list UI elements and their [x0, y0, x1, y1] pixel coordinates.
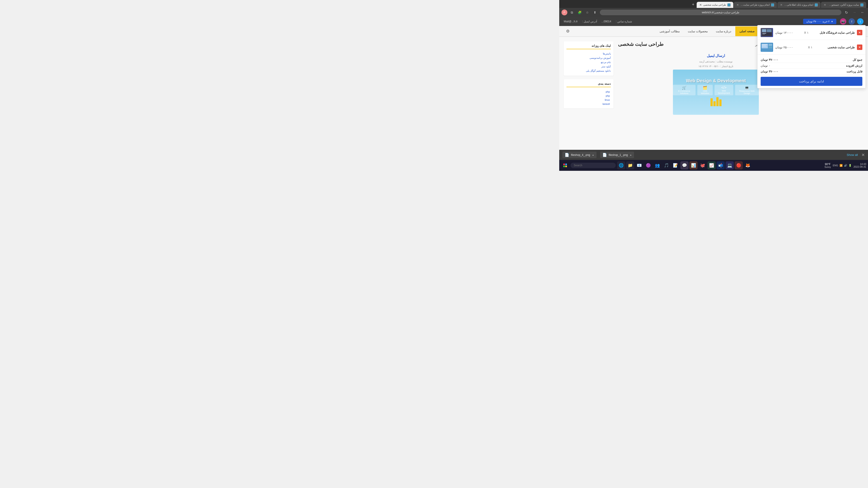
tab-favicon-2: 🌐 — [815, 3, 818, 6]
tab-close-1[interactable]: ✕ — [824, 3, 826, 6]
page-title: طراحی سایت شخصی — [618, 41, 664, 47]
category-php-1[interactable]: php — [605, 90, 611, 94]
taskbar-app-github[interactable]: 🐙 — [699, 161, 707, 169]
sidebar-link-4[interactable]: دانلود مستقیم گوگل پلی — [566, 69, 611, 73]
taskbar-app-outlook[interactable]: 📬 — [717, 161, 725, 169]
download-chevron-2[interactable]: ▲ — [629, 154, 632, 156]
cart-item-info-1: طراحی سایت فروشگاه فایل X ۱ ۱۲۰۰۰۰ تومان — [775, 31, 855, 34]
sidebar-link-1[interactable]: آموزش برنامه‌نویسی — [566, 56, 611, 60]
category-laravel[interactable]: laravel — [602, 102, 611, 106]
cms-icon: 🗂️ CMS Websites — [698, 85, 713, 95]
nav-link-tutorials[interactable]: مطالب آموزشی — [655, 26, 684, 36]
taskbar-search-input[interactable] — [570, 163, 616, 168]
email-value: Mail@...h.Ir — [564, 20, 578, 23]
tab-close-4[interactable]: ✕ — [700, 3, 702, 6]
twitter-icon[interactable]: t — [857, 18, 864, 25]
checkout-button[interactable]: ادامه برای پرداخت — [761, 77, 862, 86]
taskbar-app-teams[interactable]: 👥 — [653, 161, 661, 169]
cart-remove-1[interactable]: ✕ — [857, 30, 862, 35]
taskbar-app-sticky[interactable]: 📝 — [671, 161, 680, 169]
taskbar-app-onenote[interactable]: 🟣 — [644, 161, 652, 169]
taskbar-app-chrome[interactable]: 🔴 — [735, 161, 743, 169]
taskbar-app-mail[interactable]: 📧 — [635, 161, 643, 169]
cart-item-qty-2: X ۱ — [808, 46, 812, 49]
split-view-button[interactable]: ⧉ — [569, 9, 575, 15]
taskbar-app-edge[interactable]: 🌐 — [617, 161, 625, 169]
categories-title: دسته بندی — [566, 82, 611, 87]
taskbar-app-firefox[interactable]: 🦊 — [744, 161, 752, 169]
tab-3[interactable]: 🌐 انجام پروژه طراحی سایت فروشگاه‌ها ✕ — [734, 2, 777, 8]
taskbar: 🌐 📁 📧 🟣 👥 🎵 📝 💬 📊 🐙 📈 📬 💻 🔴 🦊 90°F Sunny… — [559, 160, 868, 171]
tab-close-3[interactable]: ✕ — [737, 3, 739, 6]
extensions-button[interactable]: 🧩 — [577, 9, 583, 15]
cart-thumb-visual-1 — [761, 28, 773, 37]
taskbar-apps: 🌐 📁 📧 🟣 👥 🎵 📝 💬 📊 🐙 📈 📬 💻 🔴 🦊 — [617, 161, 752, 169]
cart-item-info-2: طراحی سایت شخصی X ۱ ۲۵۰۰۰۰ تومان — [775, 46, 855, 49]
download-item-1[interactable]: 📄 fileshop_4_.png ▲ — [562, 152, 596, 158]
tab-bar: 🌐 سایت پروژه آنلاین، جستجوی پروژه‌ها ✕ 🌐… — [559, 0, 868, 8]
cart-summary-payable-label: قابل پرداخت — [846, 70, 862, 73]
taskbar-app-excel[interactable]: 📈 — [708, 161, 716, 169]
refresh-button[interactable]: ↻ — [843, 9, 849, 15]
nav-link-home[interactable]: صفحه اصلی — [735, 26, 758, 36]
start-square-3 — [563, 166, 565, 167]
volume-icon[interactable]: 🔊 — [844, 164, 847, 167]
tab-1[interactable]: 🌐 سایت پروژه آنلاین، جستجوی پروژه‌ها ✕ — [821, 2, 866, 8]
sidebar-link-2[interactable]: تنام مرجع — [566, 60, 611, 64]
profile-button[interactable]: P — [561, 9, 567, 15]
responsive-icon: 💻 Responsive Web Design — [735, 85, 759, 95]
share-button[interactable]: ⬆ — [592, 9, 598, 15]
cart-item-2: ✕ طراحی سایت شخصی X ۱ ۲۵۰۰۰۰ تومان — [757, 40, 866, 55]
instagram-icon[interactable]: 📷 — [840, 18, 846, 25]
dev-icon: </> Web Development — [715, 85, 733, 95]
cart-thumb-visual-2 — [761, 43, 773, 52]
download-chevron-1[interactable]: ▲ — [592, 154, 594, 156]
svg-rect-5 — [763, 34, 765, 35]
tab-close-2[interactable]: ✕ — [780, 3, 782, 6]
taskbar-app-file-explorer[interactable]: 📁 — [626, 161, 634, 169]
back-button[interactable]: ← — [860, 9, 866, 15]
wifi-icon[interactable]: 📶 — [839, 164, 843, 167]
show-all-downloads-link[interactable]: Show all — [847, 153, 858, 157]
svg-rect-4 — [763, 33, 766, 34]
download-file-name-1: fileshop_4_.png — [571, 153, 590, 157]
sidebar-link-3[interactable]: آپلود ستر — [566, 64, 611, 69]
taskbar-app-vs[interactable]: 💻 — [725, 161, 734, 169]
cart-summary-payable-row: قابل پرداخت ۳۷۰۰۰۰ تومان — [761, 69, 862, 74]
nav-actions: ⬆ ☆ 🧩 ⧉ P — [561, 9, 598, 15]
bookmark-star-button[interactable]: ☆ — [584, 9, 590, 15]
start-button[interactable] — [561, 161, 569, 169]
top-info-right: شماره تماس : 09014... آدرس ایمیل : Mail@… — [564, 20, 632, 23]
tab-2[interactable]: 🌐 انجام پروژه بانک اطلاعاتی تحت وب ✕ — [777, 2, 820, 8]
cart-summary-total-row: جمع کل ۳۷۰۰۰۰ تومان — [761, 57, 862, 63]
taskbar-app-skype[interactable]: 💬 — [680, 161, 688, 169]
battery-icon[interactable]: 🔋 — [848, 164, 852, 167]
cart-remove-2[interactable]: ✕ — [857, 44, 862, 50]
weather-condition: Sunny — [825, 166, 831, 168]
taskbar-app-powerpoint[interactable]: 📊 — [689, 161, 698, 169]
download-item-2[interactable]: 📄 fileshop_1_.png ▲ — [600, 152, 634, 158]
category-linux[interactable]: linux — [604, 98, 611, 102]
taskbar-app-spotify[interactable]: 🎵 — [662, 161, 671, 169]
web-icon-row: 💻 Responsive Web Design </> Web Developm… — [673, 85, 759, 95]
category-php-2[interactable]: php — [605, 94, 611, 98]
nav-link-about[interactable]: درباره سایت — [712, 26, 736, 36]
nav-link-products[interactable]: محصولات سایت — [684, 26, 712, 36]
cart-summary-total-value: ۳۷۰۰۰۰ تومان — [761, 58, 778, 61]
taskbar-weather: 90°F Sunny — [825, 163, 831, 168]
taskbar-time: 14:43 — [854, 163, 866, 165]
sidebar-link-0[interactable]: پانیس‌ها — [566, 52, 611, 56]
new-tab-button[interactable]: + — [690, 1, 696, 8]
weather-temp: 90°F — [825, 163, 831, 166]
svg-rect-8 — [769, 44, 772, 46]
address-bar[interactable] — [600, 10, 841, 15]
close-download-bar-button[interactable]: ✕ — [862, 153, 865, 158]
tab-4[interactable]: 🌐 طراحی سایت شخصی ✕ — [697, 2, 733, 8]
svg-rect-10 — [762, 44, 767, 45]
facebook-icon[interactable]: f — [848, 18, 855, 25]
bar-chart-visual — [673, 97, 759, 106]
forward-button[interactable]: → — [851, 9, 858, 15]
tab-label-4: طراحی سایت شخصی — [703, 3, 726, 6]
settings-gear-icon[interactable]: ⚙ — [564, 26, 572, 36]
cart-button[interactable]: ▼ ۲ خرید ۳۷۰۰۰۰ تومان — [803, 19, 836, 24]
